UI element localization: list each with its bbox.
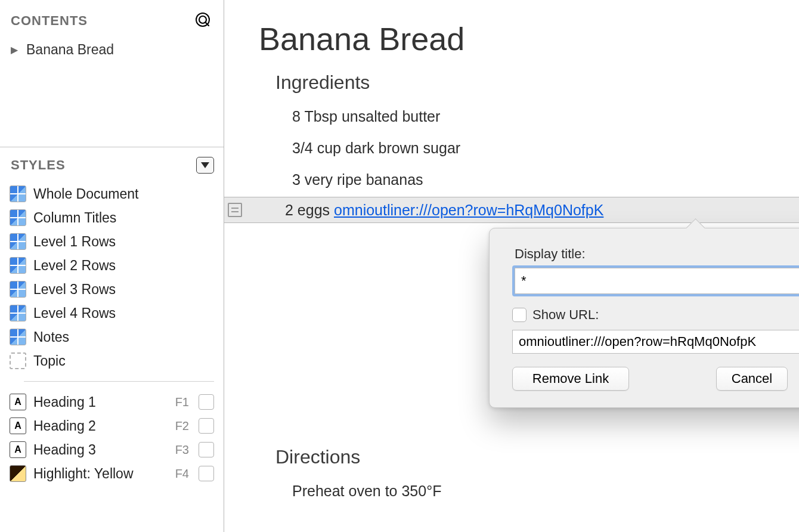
style-label: Highlight: Yellow bbox=[33, 466, 168, 482]
named-style-row[interactable]: A Heading 3 F3 bbox=[10, 438, 214, 462]
selected-row-prefix: 2 eggs bbox=[285, 202, 334, 218]
style-row[interactable]: Notes bbox=[10, 325, 214, 349]
document-continued: Directions Preheat oven to 350°F bbox=[224, 446, 799, 531]
document: Banana Bread Ingredients 8 Tbsp unsalted… bbox=[224, 0, 799, 219]
directions-list: Preheat oven to 350°F bbox=[292, 475, 775, 507]
style-row[interactable]: Level 3 Rows bbox=[10, 277, 214, 301]
style-swatch-icon bbox=[10, 352, 26, 369]
contents-header: CONTENTS bbox=[0, 0, 224, 39]
style-swatch-icon: A bbox=[10, 441, 26, 458]
list-item[interactable]: 8 Tbsp unsalted butter bbox=[292, 101, 775, 132]
style-row[interactable]: Level 2 Rows bbox=[10, 253, 214, 277]
link-popover: Display title: Show URL: Remove Link Can… bbox=[489, 228, 799, 408]
section-heading-ingredients[interactable]: Ingredients bbox=[275, 72, 775, 94]
cancel-button[interactable]: Cancel bbox=[716, 367, 788, 391]
svg-point-1 bbox=[199, 16, 206, 23]
style-label: Heading 2 bbox=[33, 418, 168, 434]
style-checkbox[interactable] bbox=[199, 394, 214, 410]
section-heading-directions[interactable]: Directions bbox=[275, 446, 775, 468]
style-swatch-icon bbox=[10, 209, 26, 226]
style-label: Level 3 Rows bbox=[33, 282, 214, 298]
style-row[interactable]: Level 4 Rows bbox=[10, 301, 214, 325]
styles-pane: STYLES Whole Document Column Titles Leve… bbox=[0, 147, 224, 485]
style-swatch-icon bbox=[10, 257, 26, 274]
contents-title: CONTENTS bbox=[11, 13, 88, 29]
style-label: Level 2 Rows bbox=[33, 258, 214, 274]
style-row[interactable]: Column Titles bbox=[10, 206, 214, 230]
style-shortcut: F2 bbox=[175, 419, 189, 433]
style-swatch-icon bbox=[10, 305, 26, 321]
style-label: Whole Document bbox=[33, 186, 214, 202]
styles-header: STYLES bbox=[0, 147, 224, 178]
style-checkbox[interactable] bbox=[199, 466, 214, 481]
style-swatch-icon: A bbox=[10, 394, 26, 410]
style-shortcut: F4 bbox=[175, 467, 189, 481]
style-label: Notes bbox=[33, 329, 214, 345]
style-row[interactable]: Whole Document bbox=[10, 182, 214, 206]
styles-expand-button[interactable] bbox=[196, 157, 214, 174]
named-style-row[interactable]: Highlight: Yellow F4 bbox=[10, 462, 214, 485]
named-style-row[interactable]: A Heading 2 F2 bbox=[10, 414, 214, 438]
search-icon[interactable] bbox=[195, 12, 213, 30]
style-swatch-icon bbox=[10, 185, 26, 202]
style-swatch-icon bbox=[10, 233, 26, 250]
show-url-checkbox[interactable] bbox=[512, 308, 527, 322]
style-swatch-icon bbox=[10, 281, 26, 298]
contents-list: ▶ Banana Bread bbox=[0, 39, 224, 147]
style-swatch-icon bbox=[10, 329, 26, 345]
style-label: Level 4 Rows bbox=[33, 305, 214, 321]
selected-row-link[interactable]: omnioutliner:///open?row=hRqMq0NofpK bbox=[334, 202, 603, 218]
show-url-row: Show URL: bbox=[512, 307, 799, 323]
list-item[interactable]: 3/4 cup dark brown sugar bbox=[292, 132, 775, 164]
list-item[interactable]: Preheat oven to 350°F bbox=[292, 475, 775, 507]
list-item[interactable]: 3 very ripe bananas bbox=[292, 164, 775, 196]
url-input[interactable] bbox=[512, 330, 799, 354]
sidebar: CONTENTS ▶ Banana Bread STYLES bbox=[0, 0, 224, 532]
ingredients-list: 8 Tbsp unsalted butter 3/4 cup dark brow… bbox=[292, 101, 775, 196]
style-row[interactable]: Topic bbox=[10, 349, 214, 373]
contents-item[interactable]: ▶ Banana Bread bbox=[11, 39, 213, 60]
display-title-focus-ring bbox=[512, 265, 799, 296]
svg-marker-3 bbox=[201, 162, 209, 168]
popover-buttons: Remove Link Cancel Done bbox=[512, 367, 799, 391]
selected-row-text[interactable]: 2 eggs omnioutliner:///open?row=hRqMq0No… bbox=[285, 202, 603, 219]
page-title[interactable]: Banana Bread bbox=[259, 20, 775, 57]
display-title-label: Display title: bbox=[515, 246, 799, 262]
styles-title: STYLES bbox=[11, 157, 66, 173]
row-handle-icon[interactable] bbox=[228, 203, 242, 217]
named-style-row[interactable]: A Heading 1 F1 bbox=[10, 390, 214, 414]
style-swatch-icon bbox=[10, 465, 26, 482]
style-shortcut: F1 bbox=[175, 395, 189, 409]
editor: Banana Bread Ingredients 8 Tbsp unsalted… bbox=[224, 0, 799, 532]
disclosure-triangle-icon[interactable]: ▶ bbox=[11, 44, 19, 55]
style-label: Heading 1 bbox=[33, 394, 168, 410]
remove-link-button[interactable]: Remove Link bbox=[512, 367, 629, 391]
style-shortcut: F3 bbox=[175, 443, 189, 457]
show-url-label: Show URL: bbox=[532, 307, 599, 323]
style-list: Whole Document Column Titles Level 1 Row… bbox=[0, 178, 224, 485]
selected-row[interactable]: 2 eggs omnioutliner:///open?row=hRqMq0No… bbox=[224, 197, 799, 223]
style-label: Level 1 Rows bbox=[33, 234, 214, 250]
contents-item-label: Banana Bread bbox=[26, 42, 114, 58]
style-checkbox[interactable] bbox=[199, 418, 214, 434]
style-label: Column Titles bbox=[33, 210, 214, 226]
style-swatch-icon: A bbox=[10, 417, 26, 434]
display-title-input[interactable] bbox=[515, 268, 799, 294]
style-checkbox[interactable] bbox=[199, 442, 214, 457]
style-row[interactable]: Level 1 Rows bbox=[10, 230, 214, 253]
style-label: Topic bbox=[33, 353, 214, 369]
style-separator bbox=[24, 381, 214, 382]
style-label: Heading 3 bbox=[33, 442, 168, 458]
